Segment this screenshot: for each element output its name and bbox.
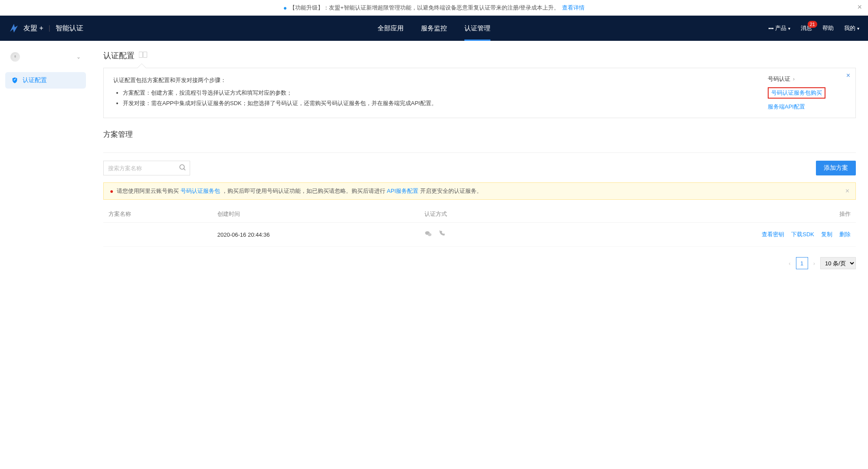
close-icon[interactable]: × (845, 187, 849, 195)
alert-link-package[interactable]: 号码认证服务包 (181, 188, 220, 194)
alert-link-api[interactable]: API服务配置 (387, 188, 418, 194)
purchase-link[interactable]: 号码认证服务包购买 (771, 89, 822, 96)
tab-service-monitor[interactable]: 服务监控 (421, 16, 447, 41)
info-bullet-2: 开发对接：需在APP中集成对应认证服务的SDK；如您选择了号码认证，还需购买号码… (123, 98, 437, 109)
guide-icon[interactable] (139, 52, 148, 59)
plans-table: 方案名称 创建时间 认证方式 操作 2020-06-16 20:44:36 (103, 206, 856, 247)
add-plan-button[interactable]: 添加方案 (816, 161, 856, 175)
alert-box: ● 请您使用阿里云账号购买 号码认证服务包 ，购买后即可使用号码认证功能，如已购… (103, 182, 856, 200)
info-icon: ● (283, 4, 287, 11)
svg-rect-1 (139, 52, 143, 58)
action-view-key[interactable]: 查看密钥 (762, 231, 784, 238)
messages-badge: 21 (808, 21, 817, 28)
sidebar-item-auth-config[interactable]: 认证配置 (5, 72, 86, 89)
banner-link[interactable]: 查看详情 (562, 4, 585, 12)
header-nav: 友盟 + | 智能认证 全部应用 服务监控 认证管理 产品 ▾ 消息 21 帮助… (0, 16, 868, 41)
mine-menu[interactable]: 我的 ▾ (844, 24, 859, 32)
info-intro: 认证配置包括方案配置和开发对接两个步骤： (113, 75, 437, 86)
wechat-icon (424, 230, 432, 239)
highlight-purchase-link: 号码认证服务包购买 (768, 87, 825, 99)
info-bullet-1: 方案配置：创建方案，按流程引导选择认证方式和填写对应的参数； (123, 88, 437, 99)
products-menu[interactable]: 产品 ▾ (769, 24, 790, 32)
action-delete[interactable]: 删除 (839, 231, 851, 238)
tab-all-apps[interactable]: 全部应用 (378, 16, 404, 41)
info-right: 号码认证 › 号码认证服务包购买 服务端API配置 (768, 75, 846, 111)
page-title: 认证配置 (103, 50, 135, 61)
brand-logo-icon (9, 23, 19, 33)
phone-icon (438, 230, 445, 239)
col-time: 创建时间 (212, 206, 420, 223)
tab-auth-manage[interactable]: 认证管理 (464, 16, 490, 41)
products-label: 产品 (775, 24, 786, 32)
svg-point-3 (180, 165, 184, 169)
page-number[interactable]: 1 (796, 257, 808, 269)
page-title-row: 认证配置 (103, 50, 856, 61)
banner-prefix: 【功能升级】： (289, 4, 329, 12)
section-title: 方案管理 (103, 129, 856, 145)
search-icon[interactable] (179, 164, 187, 173)
top-announcement: ● 【功能升级】： 友盟+智能认证新增超限管理功能，以避免终端设备恶意重复认证带… (0, 0, 868, 16)
action-download-sdk[interactable]: 下载SDK (791, 231, 814, 238)
chevron-down-icon: ⌄ (76, 54, 81, 60)
toolbar: 添加方案 (103, 161, 856, 175)
close-icon[interactable]: × (846, 72, 850, 79)
chevron-right-icon: › (793, 76, 795, 82)
svg-point-6 (428, 233, 431, 236)
svg-rect-2 (143, 52, 147, 58)
action-copy[interactable]: 复制 (821, 231, 832, 238)
brand-primary: 友盟 + (23, 24, 43, 33)
shield-icon (11, 77, 18, 84)
mine-label: 我的 (844, 24, 855, 32)
api-config-link[interactable]: 服务端API配置 (768, 103, 805, 111)
search-input[interactable] (103, 161, 190, 175)
info-right-title: 号码认证 (768, 75, 790, 83)
close-icon[interactable]: × (857, 3, 862, 12)
warning-icon: ● (110, 188, 113, 195)
pagination: ‹ 1 › 10 条/页 (103, 257, 856, 269)
chevron-down-icon: ▾ (788, 26, 790, 31)
cell-name (103, 223, 212, 247)
svg-line-4 (184, 168, 185, 170)
table-row: 2020-06-16 20:44:36 (103, 223, 856, 247)
help-link[interactable]: 帮助 (822, 24, 834, 32)
info-left: 认证配置包括方案配置和开发对接两个步骤： 方案配置：创建方案，按流程引导选择认证… (113, 75, 437, 111)
chevron-down-icon: ▾ (857, 26, 859, 31)
cell-auth (419, 223, 528, 247)
app-icon (10, 52, 20, 62)
main-content: 认证配置 认证配置包括方案配置和开发对接两个步骤： 方案配置：创建方案，按流程引… (91, 41, 868, 469)
banner-text: 友盟+智能认证新增超限管理功能，以避免终端设备恶意重复认证带来的注册/登录成本上… (329, 4, 559, 12)
help-label: 帮助 (822, 24, 834, 32)
sidebar-item-label: 认证配置 (23, 76, 47, 84)
logo-area: 友盟 + | 智能认证 (9, 23, 83, 33)
page-prev[interactable]: ‹ (787, 260, 792, 267)
col-ops: 操作 (528, 206, 856, 223)
sidebar: ⌄ 认证配置 (0, 41, 91, 469)
brand-secondary: 智能认证 (56, 24, 83, 33)
cell-ops: 查看密钥 下载SDK 复制 删除 (528, 223, 856, 247)
divider (103, 152, 856, 153)
grid-icon (769, 28, 773, 29)
messages-menu[interactable]: 消息 21 (801, 24, 812, 32)
page-size-select[interactable]: 10 条/页 (820, 257, 856, 269)
info-right-title-row[interactable]: 号码认证 › (768, 75, 829, 83)
brand-divider: | (49, 24, 50, 32)
app-selector[interactable]: ⌄ (5, 49, 86, 65)
search-box (103, 161, 190, 175)
alert-post: 开启更安全的认证服务。 (418, 188, 482, 194)
col-auth: 认证方式 (419, 206, 528, 223)
page-next[interactable]: › (812, 260, 817, 267)
col-name: 方案名称 (103, 206, 212, 223)
cell-time: 2020-06-16 20:44:36 (212, 223, 420, 247)
info-panel: 认证配置包括方案配置和开发对接两个步骤： 方案配置：创建方案，按流程引导选择认证… (103, 68, 856, 118)
alert-mid: ，购买后即可使用号码认证功能，如已购买请忽略。购买后请进行 (220, 188, 387, 194)
alert-pre: 请您使用阿里云账号购买 (117, 188, 181, 194)
nav-tabs: 全部应用 服务监控 认证管理 (378, 16, 490, 41)
